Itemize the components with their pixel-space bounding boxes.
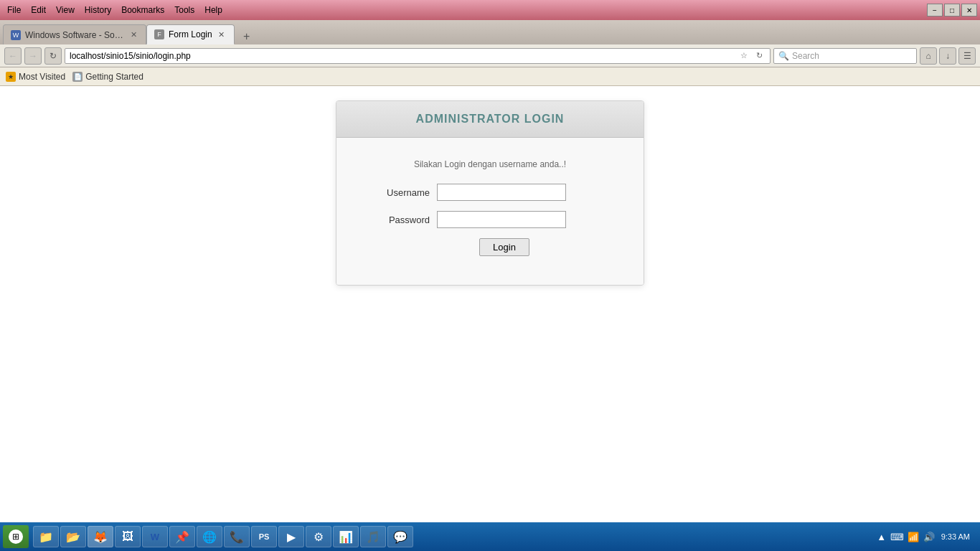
minimize-button[interactable]: −	[927, 4, 943, 17]
password-input[interactable]	[437, 211, 566, 228]
tab-label-2: Form Login	[169, 29, 212, 39]
back-button[interactable]: ←	[4, 47, 22, 65]
most-visited-icon: ★	[6, 72, 16, 82]
close-button[interactable]: ✕	[961, 4, 977, 17]
toolbar-right: ⌂ ↓ ☰	[920, 47, 976, 65]
start-button[interactable]: ⊞	[3, 525, 29, 548]
tab-close-1[interactable]: ✕	[128, 30, 138, 40]
search-placeholder: Search	[792, 51, 819, 61]
login-subtitle: Silakan Login dengan username anda..!	[365, 159, 615, 169]
menu-item-bookmarks[interactable]: Bookmarks	[117, 4, 169, 17]
taskbar-tray: ▲ ⌨ 📶 🔊 9:33 AM	[871, 530, 977, 543]
taskbar-file-explorer[interactable]: 📁	[33, 526, 59, 547]
taskbar-word[interactable]: W	[142, 526, 168, 547]
taskbar-chat[interactable]: 💬	[387, 526, 413, 547]
menu-bar: FileEditViewHistoryBookmarksToolsHelp	[3, 4, 227, 17]
taskbar-folder[interactable]: 📂	[60, 526, 86, 547]
username-input[interactable]	[437, 184, 566, 201]
login-container: ADMINISTRATOR LOGIN Silakan Login dengan…	[336, 100, 644, 286]
taskbar-music[interactable]: 🎵	[360, 526, 386, 547]
login-title: ADMINISTRATOR LOGIN	[348, 113, 632, 126]
forward-button[interactable]: →	[24, 47, 42, 65]
maximize-button[interactable]: □	[944, 4, 960, 17]
menu-item-file[interactable]: File	[3, 4, 25, 17]
username-row: Username	[365, 184, 615, 201]
clock-time: 9:33 AM	[941, 532, 970, 541]
tab-label-1: Windows Software - Sour...	[25, 30, 124, 40]
url-icons: ☆ ↻	[738, 50, 765, 62]
taskbar-settings[interactable]: ⚙	[306, 526, 331, 547]
tray-keyboard-icon[interactable]: ⌨	[891, 530, 904, 543]
taskbar-media[interactable]: ▶	[278, 526, 304, 547]
getting-started-icon: 📄	[72, 72, 83, 82]
password-row: Password	[365, 211, 615, 228]
taskbar: ⊞ 📁 📂 🦊 🖼 W 📌 🌐 📞 PS ▶ ⚙ 📊 🎵 💬 ▲ ⌨ 📶 🔊 9…	[0, 522, 980, 551]
taskbar-app6[interactable]: 📌	[169, 526, 195, 547]
menu-item-help[interactable]: Help	[200, 4, 227, 17]
url-refresh-icon[interactable]: ↻	[753, 50, 765, 62]
tab-favicon-2: F	[154, 29, 164, 39]
url-bar[interactable]: localhost/sinio15/sinio/login.php ☆ ↻	[65, 48, 771, 64]
page-content: ADMINISTRATOR LOGIN Silakan Login dengan…	[0, 86, 980, 522]
tab-favicon-1: W	[11, 30, 21, 40]
window-controls: − □ ✕	[927, 4, 977, 17]
taskbar-browser[interactable]: 🌐	[197, 526, 222, 547]
menu-item-edit[interactable]: Edit	[27, 4, 50, 17]
menu-item-tools[interactable]: Tools	[170, 4, 199, 17]
menu-button[interactable]: ☰	[958, 47, 976, 65]
search-icon: 🔍	[778, 51, 789, 61]
username-label: Username	[365, 187, 430, 198]
url-text: localhost/sinio15/sinio/login.php	[70, 51, 735, 61]
downloads-button[interactable]: ↓	[939, 47, 956, 65]
menu-item-history[interactable]: History	[80, 4, 116, 17]
bookmark-getting-started[interactable]: 📄 Getting Started	[72, 72, 143, 82]
bookmark-most-visited[interactable]: ★ Most Visited	[6, 72, 65, 82]
search-bar[interactable]: 🔍 Search	[773, 48, 917, 64]
address-bar: ← → ↻ localhost/sinio15/sinio/login.php …	[0, 44, 980, 67]
taskbar-clock[interactable]: 9:33 AM	[938, 532, 973, 541]
reload-button[interactable]: ↻	[44, 47, 62, 65]
login-header: ADMINISTRATOR LOGIN	[336, 101, 644, 138]
login-button[interactable]: Login	[479, 238, 529, 256]
taskbar-image-viewer[interactable]: 🖼	[115, 526, 141, 547]
bookmarks-bar: ★ Most Visited 📄 Getting Started	[0, 67, 980, 86]
title-bar: FileEditViewHistoryBookmarksToolsHelp − …	[0, 0, 980, 20]
tab-windows-software[interactable]: W Windows Software - Sour... ✕	[3, 24, 146, 44]
tab-close-2[interactable]: ✕	[217, 29, 227, 39]
start-icon: ⊞	[9, 529, 23, 544]
password-label: Password	[365, 215, 430, 225]
getting-started-label: Getting Started	[85, 72, 143, 82]
login-body: Silakan Login dengan username anda..! Us…	[336, 138, 644, 285]
menu-item-view[interactable]: View	[52, 4, 79, 17]
new-tab-button[interactable]: +	[237, 29, 256, 44]
url-bookmark-icon[interactable]: ☆	[738, 50, 750, 62]
home-button[interactable]: ⌂	[920, 47, 937, 65]
tab-bar: W Windows Software - Sour... ✕ F Form Lo…	[0, 20, 980, 44]
login-button-row: Login	[365, 238, 615, 256]
taskbar-firefox[interactable]: 🦊	[88, 526, 113, 547]
tray-arrow-icon[interactable]: ▲	[875, 530, 888, 543]
taskbar-photoshop[interactable]: PS	[251, 526, 277, 547]
taskbar-chart[interactable]: 📊	[333, 526, 359, 547]
tab-form-login[interactable]: F Form Login ✕	[146, 24, 235, 44]
tray-volume-icon[interactable]: 🔊	[923, 530, 936, 543]
most-visited-label: Most Visited	[19, 72, 65, 82]
tray-network-icon[interactable]: 📶	[907, 530, 920, 543]
taskbar-phone[interactable]: 📞	[224, 526, 250, 547]
